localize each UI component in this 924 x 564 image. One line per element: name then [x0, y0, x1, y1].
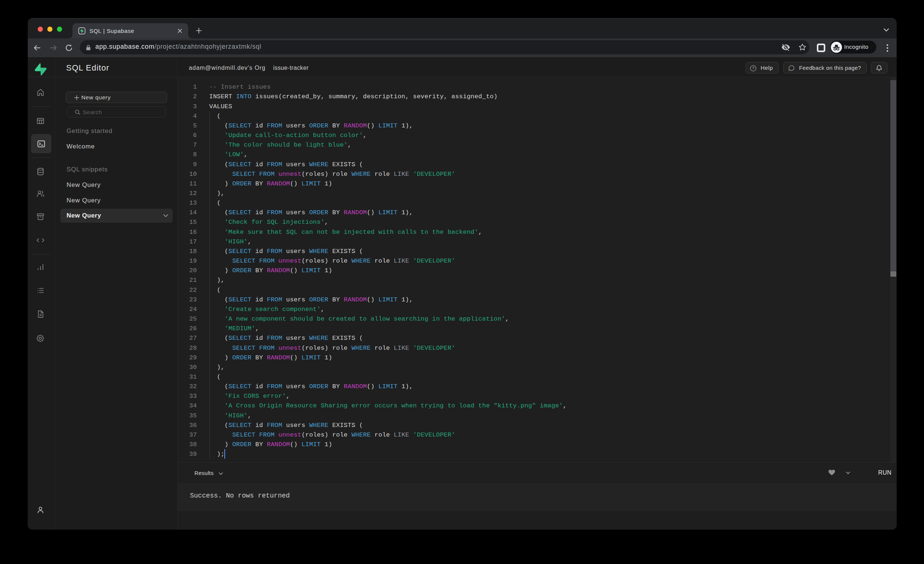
svg-text:?: ? — [752, 66, 754, 70]
